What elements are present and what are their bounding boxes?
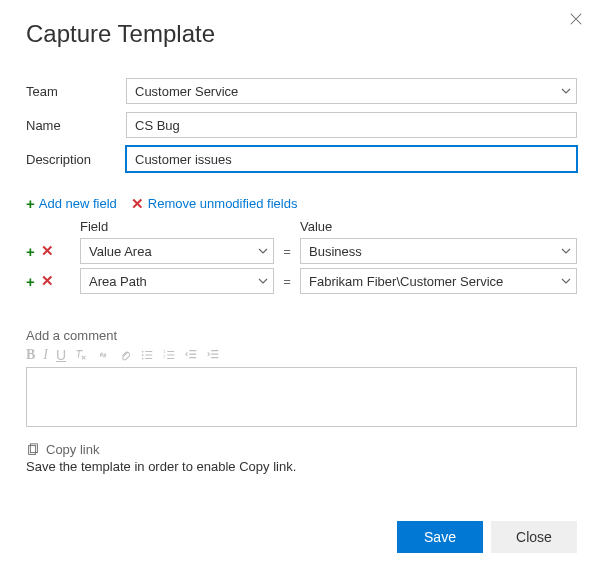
plus-icon[interactable]: + [26, 243, 35, 260]
svg-text:2: 2 [163, 354, 166, 359]
name-label: Name [26, 118, 126, 133]
description-input[interactable] [126, 146, 577, 172]
equals-sign: = [274, 244, 300, 259]
add-field-button[interactable]: + Add new field [26, 196, 117, 211]
attachment-icon[interactable] [118, 348, 132, 362]
clear-format-icon[interactable] [74, 348, 88, 362]
dialog-title: Capture Template [26, 20, 577, 48]
field-actions: + Add new field ✕ Remove unmodified fiel… [26, 196, 577, 211]
dialog-footer: Save Close [397, 521, 577, 553]
team-select[interactable] [126, 78, 577, 104]
field-col-header: Field [80, 219, 274, 234]
editor-toolbar: B I U 12 [26, 347, 577, 363]
equals-sign: = [274, 274, 300, 289]
field-name-select[interactable] [80, 238, 274, 264]
x-icon[interactable]: ✕ [41, 272, 54, 290]
value-col-header: Value [300, 219, 577, 234]
svg-point-2 [142, 358, 144, 360]
copy-link-button[interactable]: Copy link [26, 442, 577, 457]
field-row: + ✕ = [26, 268, 577, 294]
comment-section: Add a comment B I U 12 [26, 328, 577, 430]
plus-icon[interactable]: + [26, 273, 35, 290]
remove-unmodified-label: Remove unmodified fields [148, 196, 298, 211]
link-icon[interactable] [96, 348, 110, 362]
x-icon[interactable]: ✕ [41, 242, 54, 260]
name-row: Name [26, 112, 577, 138]
bold-icon[interactable]: B [26, 347, 35, 363]
comment-label: Add a comment [26, 328, 577, 343]
name-input[interactable] [126, 112, 577, 138]
outdent-icon[interactable] [184, 348, 198, 362]
save-button[interactable]: Save [397, 521, 483, 553]
svg-point-1 [142, 354, 144, 356]
team-row: Team [26, 78, 577, 104]
fields-header: Field Value [80, 219, 577, 234]
italic-icon[interactable]: I [43, 347, 48, 363]
x-icon: ✕ [131, 196, 144, 211]
field-value-select[interactable] [300, 238, 577, 264]
numbered-list-icon[interactable]: 12 [162, 348, 176, 362]
field-value-select[interactable] [300, 268, 577, 294]
add-field-label: Add new field [39, 196, 117, 211]
team-label: Team [26, 84, 126, 99]
copy-link-hint: Save the template in order to enable Cop… [26, 459, 577, 474]
close-button[interactable]: Close [491, 521, 577, 553]
description-row: Description [26, 146, 577, 172]
description-label: Description [26, 152, 126, 167]
comment-textarea[interactable] [26, 367, 577, 427]
remove-unmodified-button[interactable]: ✕ Remove unmodified fields [131, 196, 298, 211]
bullet-list-icon[interactable] [140, 348, 154, 362]
underline-icon[interactable]: U [56, 347, 66, 363]
field-row: + ✕ = [26, 238, 577, 264]
indent-icon[interactable] [206, 348, 220, 362]
svg-point-0 [142, 351, 144, 353]
close-icon[interactable] [569, 12, 585, 28]
copy-icon [26, 443, 40, 457]
copy-link-label: Copy link [46, 442, 99, 457]
plus-icon: + [26, 196, 35, 211]
field-name-select[interactable] [80, 268, 274, 294]
